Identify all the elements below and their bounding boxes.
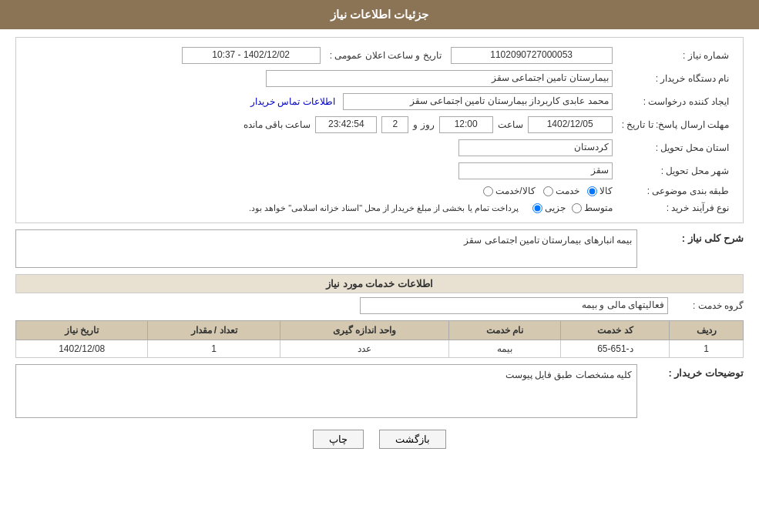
noeFarayand-label: نوع فرآیند خرید : [667, 202, 729, 213]
col-kod: کد خدمت [561, 321, 670, 340]
gorohe-khadamat-value: فعالیتهای مالی و بیمه [360, 297, 668, 314]
farayand-desc: پرداخت تمام یا بخشی از مبلغ خریدار از مح… [249, 203, 519, 213]
sharh-label: شرح کلی نیاز : [682, 233, 744, 244]
ostanTahvil-value: کردستان [458, 139, 613, 156]
button-row: بازگشت چاپ [15, 430, 744, 449]
shomareNiaz-value: 1102090727000053 [451, 47, 613, 64]
back-button[interactable]: بازگشت [379, 430, 446, 449]
print-button[interactable]: چاپ [313, 430, 364, 449]
radio-kala-label: کالا [599, 186, 613, 196]
saat-value: 12:00 [439, 116, 493, 133]
gorohe-khadamat-label: گروه خدمت : [674, 300, 744, 311]
radio-kala-khadamat-label: کالا/خدمت [495, 186, 535, 196]
shahrTahvil-value: سقز [458, 162, 613, 179]
namDastgah-value: بیمارستان تامین اجتماعی سقز [266, 70, 613, 87]
saat-label: ساعت [498, 119, 523, 130]
rooz-label: روز و [413, 119, 434, 130]
col-nam: نام خدمت [449, 321, 561, 340]
namDastgah-label: نام دستگاه خریدار : [656, 73, 729, 84]
radio-kala[interactable]: کالا [587, 186, 613, 196]
radio-jozii-label: جزیی [545, 202, 566, 213]
mohlat-label: مهلت ارسال پاسخ: تا تاریخ : [622, 119, 729, 130]
radio-kala-khadamat[interactable]: کالا/خدمت [483, 186, 535, 196]
baghimande-label: ساعت باقی مانده [243, 119, 311, 130]
radio-khadamat-label: خدمت [556, 186, 579, 196]
tarikhElan-label: تاریخ و ساعت اعلان عمومی : [330, 50, 442, 61]
page-header: جزئیات اطلاعات نیاز [0, 0, 759, 29]
col-tarikh: تاریخ نیاز [16, 321, 148, 340]
tabagheBandi-label: طبقه بندی موضوعی : [647, 186, 729, 196]
ijadKonande-label: ایجاد کننده درخواست : [643, 96, 729, 107]
rooz-value: 2 [381, 116, 408, 133]
tarikhElan-value: 1402/12/02 - 10:37 [182, 47, 321, 64]
tozihat-label: توضیحات خریدار : [668, 367, 744, 379]
ostanTahvil-label: استان محل تحویل : [656, 142, 729, 153]
col-vahed: واحد اندازه گیری [280, 321, 448, 340]
radio-khadamat[interactable]: خدمت [543, 186, 579, 196]
radio-motovaset-label: متوسط [584, 202, 613, 213]
page-title: جزئیات اطلاعات نیاز [331, 8, 428, 21]
shomareNiaz-label: شماره نیاز : [683, 50, 729, 61]
radio-jozii[interactable]: جزیی [532, 202, 566, 213]
ittilaat-link[interactable]: اطلاعات تماس خریدار [250, 96, 335, 107]
tozihat-value: کلیه مشخصات طبق فایل پیوست [15, 364, 637, 418]
col-radif: ردیف [670, 321, 744, 340]
radio-motovaset[interactable]: متوسط [572, 202, 613, 213]
baghimande-value: 23:42:54 [315, 116, 377, 133]
ijadKonande-value: محمد عابدی کاربرداز بیمارستان تامین اجتم… [343, 93, 613, 110]
info-khadamat-title: اطلاعات خدمات مورد نیاز [15, 274, 744, 293]
services-table: ردیف کد خدمت نام خدمت واحد اندازه گیری ت… [15, 320, 744, 358]
shahrTahvil-label: شهر محل تحویل : [661, 166, 729, 176]
sharh-value: بیمه انبارهای بیمارستان تامین اجتماعی سق… [15, 229, 637, 268]
col-tedad: تعداد / مقدار [148, 321, 280, 340]
tarikh-value: 1402/12/05 [528, 116, 613, 133]
table-row: 1د-651-65بیمهعدد11402/12/08 [16, 340, 744, 358]
